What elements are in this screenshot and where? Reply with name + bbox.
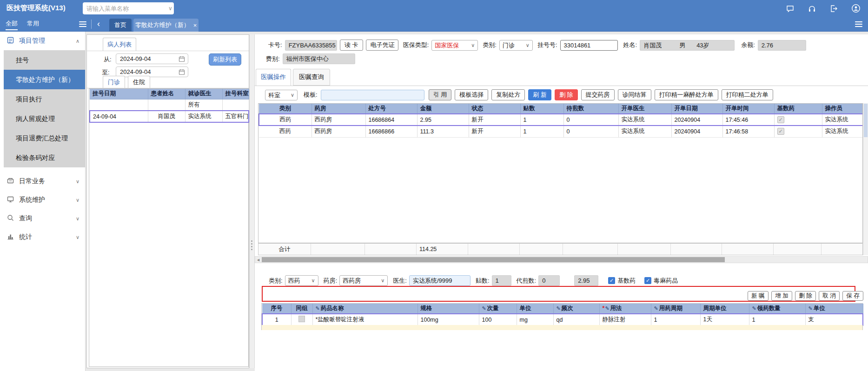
date-from-label: 从: xyxy=(104,55,112,64)
prescription-row[interactable]: 西药 西药房 16686864 2.95 新开 1 0 实达系统 2024090… xyxy=(259,114,863,126)
detail-copies-field[interactable]: 1 xyxy=(492,275,511,286)
department-select[interactable]: 科室 ∨ xyxy=(265,90,298,100)
edit-icon: ✎ xyxy=(808,305,813,311)
calendar-icon[interactable] xyxy=(179,68,185,78)
chevron-down-icon[interactable]: ∨ xyxy=(168,5,172,12)
base-drug-checkbox[interactable]: ✓ xyxy=(777,128,784,135)
sidebar-item-refund-summary[interactable]: 项目退费汇总处理 xyxy=(4,128,85,148)
sidebar-group-statistics[interactable]: 统计 ∨ xyxy=(0,228,85,246)
edit-icon: ✎ xyxy=(605,305,609,311)
detail-copies-label: 贴数: xyxy=(476,277,490,285)
clinic-settlement-button[interactable]: 诊间结算 xyxy=(618,89,651,100)
patient-filter-row[interactable]: 所有 xyxy=(90,99,249,111)
narcotic-checkbox[interactable]: ✓ xyxy=(644,277,651,284)
cancel-button[interactable]: 取 消 xyxy=(819,291,840,301)
edit-icon: ✎ xyxy=(654,305,658,311)
template-select-button[interactable]: 模板选择 xyxy=(455,89,488,100)
tab-scattered-prescription[interactable]: 零散处方维护（新） × xyxy=(133,19,199,32)
sidebar-group-project-management[interactable]: 项目管理 ∧ xyxy=(0,32,85,50)
save-button[interactable]: 保 存 xyxy=(842,291,863,301)
tab-scroll-left-icon[interactable]: ‹ xyxy=(95,17,102,32)
tab-order-operation[interactable]: 医嘱操作 xyxy=(256,69,291,86)
prescription-table-header: 类别 药房 处方号 金额 状态 贴数 待煎数 开单医生 开单日期 开单时间 基数… xyxy=(259,104,863,114)
menu-search-box[interactable]: ∨ xyxy=(83,2,174,14)
insurance-type-select[interactable]: 国家医保 ∨ xyxy=(431,40,478,51)
empty-drug-row xyxy=(261,325,863,330)
read-card-button[interactable]: 读 卡 xyxy=(340,40,363,51)
refresh-list-button[interactable]: 刷新列表 xyxy=(209,53,241,66)
add-button[interactable]: 增 加 xyxy=(771,291,792,301)
required-mark: * xyxy=(603,305,605,311)
sidebar-item-registration[interactable]: 挂号 xyxy=(4,50,85,70)
headset-icon[interactable] xyxy=(808,4,816,13)
detail-decoct-field[interactable]: 0 xyxy=(538,275,560,286)
date-to-input[interactable]: 2024-09-04 xyxy=(116,66,188,77)
panel-splitter[interactable] xyxy=(249,34,255,368)
tab-list-icon[interactable] xyxy=(855,21,862,27)
delete-detail-button[interactable]: 删 除 xyxy=(795,291,816,301)
e-certificate-button[interactable]: 电子凭证 xyxy=(366,40,398,51)
doctor-filter[interactable]: 所有 xyxy=(185,99,222,111)
sidebar-submenu: 挂号 零散处方维护（新） 项目执行 病人留观处理 项目退费汇总处理 检验条码对应 xyxy=(4,50,85,167)
quote-button[interactable]: 引 用 xyxy=(429,89,452,100)
detail-doctor-input[interactable]: 实达系统/9999 xyxy=(409,275,470,286)
scrollbar-thumb[interactable] xyxy=(262,257,725,262)
submit-pharmacy-button[interactable]: 提交药房 xyxy=(581,89,615,100)
scroll-left-icon[interactable]: ◄ xyxy=(256,257,260,263)
sidebar-group-query[interactable]: 查询 ∨ xyxy=(0,209,85,228)
refresh-button[interactable]: 刷 新 xyxy=(528,89,551,100)
template-input[interactable] xyxy=(321,90,424,100)
user-icon[interactable] xyxy=(851,4,861,13)
nav-tab-common[interactable]: 常用 xyxy=(27,17,39,32)
tab-patient-list[interactable]: 病人列表 xyxy=(103,38,136,51)
copy-prescription-button[interactable]: 复制处方 xyxy=(491,89,525,100)
new-order-button[interactable]: 新 嘱 xyxy=(748,291,769,301)
sidebar-group-daily-business[interactable]: 日常业务 ∨ xyxy=(0,172,85,191)
detail-type-select[interactable]: 西药 ∨ xyxy=(285,275,318,286)
total-label: 合计 xyxy=(258,244,311,255)
nav-tab-all[interactable]: 全部 xyxy=(6,17,18,32)
print-narcotic1-button[interactable]: 打印精一麻醉处方单 xyxy=(655,89,718,100)
calendar-icon[interactable] xyxy=(179,55,185,65)
date-from-input[interactable]: 2024-09-04 xyxy=(116,53,188,64)
tab-outpatient[interactable]: 门诊 xyxy=(103,76,125,88)
reg-no-input[interactable]: 33014861 xyxy=(560,40,618,51)
detail-pharmacy-select[interactable]: 西药房 ∨ xyxy=(339,275,388,286)
narcotic-checkbox-label: 毒麻药品 xyxy=(654,277,678,285)
category-label: 类别: xyxy=(483,41,497,49)
close-icon[interactable]: × xyxy=(193,22,197,28)
sidebar-item-patient-observation[interactable]: 病人留观处理 xyxy=(4,109,85,128)
base-drug-checkbox[interactable]: ✓ xyxy=(777,116,784,123)
tab-order-query[interactable]: 医嘱查询 xyxy=(293,69,330,86)
base-drug-checkbox[interactable]: ✓ xyxy=(608,277,615,284)
sidebar-item-project-execution[interactable]: 项目执行 xyxy=(4,89,85,109)
drug-table-header: 序号 同组 ✎药品名称 规格 ✎次量 单位 ✎频次 *✎用法 ✎用药周期 周期单… xyxy=(262,304,863,314)
reg-no-label: 挂号号: xyxy=(537,41,557,49)
horizontal-scrollbar[interactable]: ◄ xyxy=(255,256,868,263)
tab-home[interactable]: 首页 xyxy=(109,19,132,32)
patient-row[interactable]: 24-09-04 肖国茂 实达系统 五官科门诊 xyxy=(90,111,249,122)
chevron-down-icon: ∨ xyxy=(76,216,80,222)
prescription-row[interactable]: 西药 西药房 16686866 111.3 新开 1 0 实达系统 202409… xyxy=(259,126,863,137)
tab-inpatient[interactable]: 住院 xyxy=(128,76,150,88)
sidebar-collapse-icon[interactable] xyxy=(79,21,86,27)
exit-icon[interactable] xyxy=(829,4,838,13)
sidebar-item-scattered-prescription[interactable]: 零散处方维护（新） xyxy=(4,70,85,89)
drug-row[interactable]: 1 *盐酸哌替啶注射液 100mg 100 mg qd 静脉注射 1 1天 1 … xyxy=(262,314,863,325)
message-icon[interactable] xyxy=(786,4,795,13)
balance-label: 余额: xyxy=(741,41,755,49)
patient-table: 挂号日期 患者姓名 就诊医生 挂号科室 所有 24-09-04 肖国茂 xyxy=(89,88,249,367)
sidebar: 项目管理 ∧ 挂号 零散处方维护（新） 项目执行 病人留观处理 项目退费汇总处理… xyxy=(0,32,86,371)
delete-button[interactable]: 删 除 xyxy=(555,89,578,100)
patient-list-panel: 病人列表 从: 2024-09-04 至: 2024-09-04 刷新列表 门诊… xyxy=(86,34,249,368)
card-no-field: FZYBAA6335855 xyxy=(285,40,337,51)
detail-decoct-label: 代煎数: xyxy=(517,277,537,285)
chevron-down-icon: ∨ xyxy=(381,276,384,285)
category-select[interactable]: 门诊 ∨ xyxy=(499,40,533,51)
sidebar-item-barcode-mapping[interactable]: 检验条码对应 xyxy=(4,148,85,167)
group-checkbox[interactable] xyxy=(298,316,305,322)
vertical-scrollbar[interactable] xyxy=(863,103,868,255)
sidebar-group-system-maintenance[interactable]: 系统维护 ∨ xyxy=(0,191,85,209)
menu-search-input[interactable] xyxy=(86,5,168,12)
print-narcotic2-button[interactable]: 打印精二处方单 xyxy=(722,89,773,100)
